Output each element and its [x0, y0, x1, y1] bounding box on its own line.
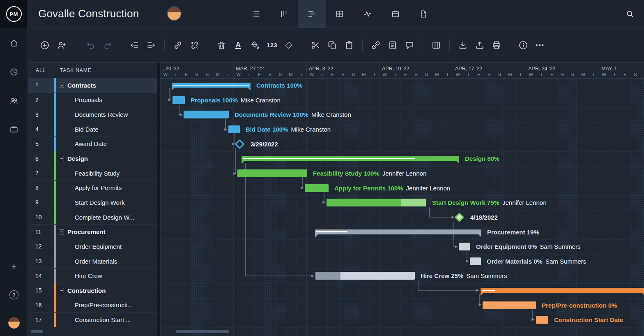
task-bar[interactable]: [237, 169, 307, 177]
column-header-task-name[interactable]: TASK NAME: [54, 67, 92, 73]
table-row[interactable]: 5Award Date: [28, 137, 157, 152]
task-name-cell[interactable]: Order Equipment: [56, 239, 157, 254]
column-header-all[interactable]: ALL: [28, 67, 54, 73]
search-button[interactable]: [623, 7, 637, 21]
table-row[interactable]: 4Bid Date: [28, 122, 157, 137]
table-row[interactable]: 10Complete Design W...: [28, 210, 157, 225]
panel-divider[interactable]: [157, 63, 160, 336]
columns-button[interactable]: [429, 38, 443, 52]
tab-calendar-view[interactable]: [382, 0, 409, 28]
print-button[interactable]: [490, 38, 504, 52]
copy-button[interactable]: [325, 38, 339, 52]
task-bar[interactable]: [184, 111, 229, 118]
table-row[interactable]: 3Documents Review: [28, 107, 157, 122]
table-horizontal-scrollbar[interactable]: [31, 330, 43, 333]
notes-button[interactable]: [386, 38, 400, 52]
sidebar-item-portfolio[interactable]: [0, 121, 28, 137]
task-bar[interactable]: [536, 316, 548, 324]
summary-bar[interactable]: [315, 229, 481, 234]
task-bar[interactable]: [470, 257, 481, 265]
sidebar-add-button[interactable]: +: [0, 259, 28, 275]
attachment-button[interactable]: [369, 38, 383, 52]
task-name-cell[interactable]: Start Design Work: [56, 195, 157, 210]
export-button[interactable]: [473, 38, 487, 52]
unlink-tasks-button[interactable]: [188, 38, 202, 52]
font-color-button[interactable]: A: [231, 38, 245, 52]
add-task-button[interactable]: [38, 38, 52, 52]
more-options-button[interactable]: •••: [533, 38, 547, 52]
sidebar-item-team[interactable]: [0, 93, 28, 109]
outdent-button[interactable]: [127, 38, 141, 52]
collapse-icon[interactable]: [59, 156, 64, 161]
task-name-cell[interactable]: Design: [56, 151, 157, 166]
sidebar-user-avatar[interactable]: [0, 315, 28, 331]
table-row[interactable]: 12Order Equipment: [28, 239, 157, 254]
table-row[interactable]: 16Prep/Pre-constructi...: [28, 298, 157, 313]
task-bar[interactable]: [172, 96, 185, 104]
app-logo[interactable]: PM: [0, 0, 28, 28]
info-button[interactable]: [516, 38, 530, 52]
task-name-cell[interactable]: Proposals: [56, 93, 157, 107]
task-bar[interactable]: [483, 301, 536, 309]
task-name-cell[interactable]: Hire Crew: [56, 269, 157, 283]
task-name-cell[interactable]: Construction: [56, 283, 157, 298]
task-name-cell[interactable]: Contracts: [56, 78, 157, 93]
table-row[interactable]: 1Contracts: [28, 78, 157, 93]
tab-board-view[interactable]: [270, 0, 298, 28]
fill-color-button[interactable]: [248, 38, 262, 52]
table-row[interactable]: 13Order Materials: [28, 254, 157, 269]
task-name-cell[interactable]: Bid Date: [56, 122, 157, 137]
task-bar[interactable]: [315, 272, 415, 280]
task-name-cell[interactable]: Feasibility Study: [56, 166, 157, 181]
delete-button[interactable]: [214, 38, 228, 52]
summary-bar[interactable]: [172, 83, 251, 88]
indent-button[interactable]: [144, 38, 158, 52]
paste-button[interactable]: [342, 38, 356, 52]
task-name-cell[interactable]: Complete Design W...: [56, 210, 157, 225]
task-name-cell[interactable]: Apply for Permits: [56, 181, 157, 195]
table-row[interactable]: 6Design: [28, 151, 157, 166]
collapse-icon[interactable]: [59, 229, 64, 234]
tab-docs-view[interactable]: [409, 0, 437, 28]
assign-user-button[interactable]: [55, 38, 69, 52]
collapse-icon[interactable]: [59, 288, 64, 293]
comment-button[interactable]: [402, 38, 416, 52]
project-owner-avatar[interactable]: [167, 6, 182, 21]
table-row[interactable]: 14Hire Crew: [28, 269, 157, 283]
task-name-cell[interactable]: Documents Review: [56, 107, 157, 122]
table-row[interactable]: 11Procurement: [28, 225, 157, 239]
number-format-button[interactable]: 123: [265, 38, 279, 52]
table-row[interactable]: 9Start Design Work: [28, 195, 157, 210]
task-bar[interactable]: [327, 199, 426, 206]
task-name-cell[interactable]: Order Materials: [56, 254, 157, 269]
table-row[interactable]: 2Proposals: [28, 93, 157, 108]
undo-button[interactable]: [84, 38, 98, 52]
import-button[interactable]: [456, 38, 470, 52]
tab-workload-view[interactable]: [354, 0, 382, 28]
cut-button[interactable]: [308, 38, 322, 52]
task-name-cell[interactable]: Procurement: [56, 225, 157, 239]
table-row[interactable]: 7Feasibility Study: [28, 166, 157, 181]
task-bar[interactable]: [459, 243, 470, 250]
link-tasks-button[interactable]: [171, 38, 185, 52]
task-name-cell[interactable]: Construction Start ...: [56, 313, 157, 327]
tab-list-view[interactable]: [242, 0, 270, 28]
sidebar-item-recent[interactable]: [0, 64, 28, 80]
task-name-cell[interactable]: Prep/Pre-constructi...: [56, 298, 157, 313]
table-row[interactable]: 15Construction: [28, 283, 157, 298]
gantt-horizontal-scrollbar[interactable]: [176, 330, 229, 333]
sidebar-help-button[interactable]: ?: [0, 287, 28, 303]
milestone-button[interactable]: [282, 38, 296, 52]
tab-sheet-view[interactable]: [326, 0, 354, 28]
table-row[interactable]: 17Construction Start ...: [28, 313, 157, 327]
redo-button[interactable]: [101, 38, 115, 52]
collapse-icon[interactable]: [59, 83, 64, 88]
task-bar[interactable]: [305, 184, 329, 192]
tab-gantt-view[interactable]: [298, 0, 326, 28]
task-name-cell[interactable]: Award Date: [56, 137, 157, 151]
summary-bar[interactable]: [242, 156, 459, 161]
table-row[interactable]: 8Apply for Permits: [28, 181, 157, 195]
summary-bar[interactable]: [481, 288, 644, 293]
task-bar[interactable]: [228, 125, 240, 133]
sidebar-item-home[interactable]: [0, 35, 28, 51]
